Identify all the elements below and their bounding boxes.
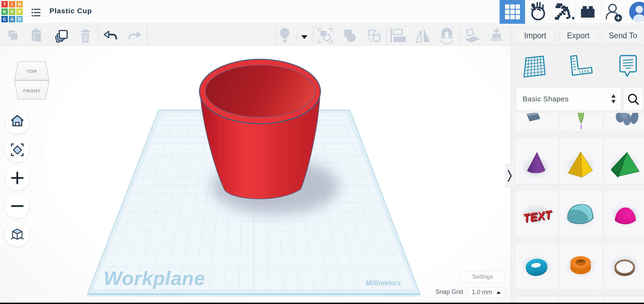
svg-text:Millimeters: Millimeters — [365, 279, 401, 287]
svg-text:FRONT: FRONT — [23, 88, 41, 94]
svg-text:TOP: TOP — [27, 69, 37, 74]
svg-text:Workplane: Workplane — [104, 267, 205, 289]
